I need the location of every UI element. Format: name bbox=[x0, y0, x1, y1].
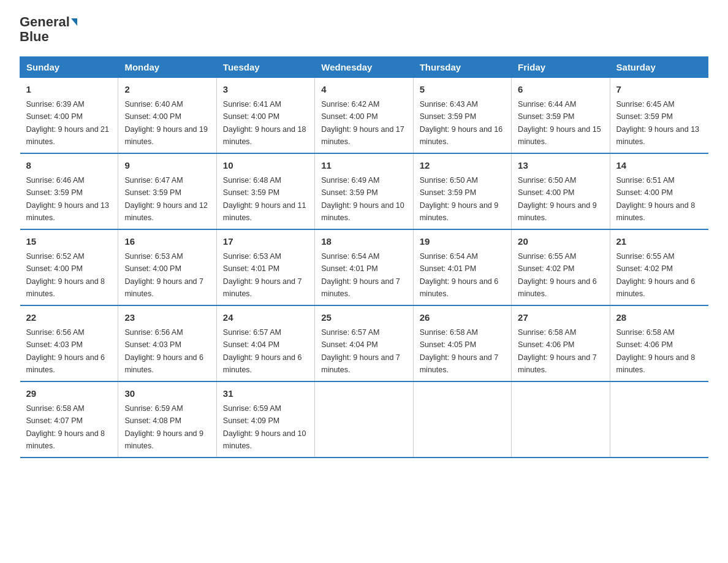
day-number: 22 bbox=[26, 311, 112, 325]
day-number: 25 bbox=[321, 311, 406, 325]
calendar-cell: 16 Sunrise: 6:53 AMSunset: 4:00 PMDaylig… bbox=[118, 229, 216, 305]
day-number: 19 bbox=[420, 235, 505, 249]
day-number: 26 bbox=[420, 311, 505, 325]
calendar-cell: 10 Sunrise: 6:48 AMSunset: 3:59 PMDaylig… bbox=[216, 153, 314, 229]
calendar-cell: 19 Sunrise: 6:54 AMSunset: 4:01 PMDaylig… bbox=[413, 229, 511, 305]
header-tuesday: Tuesday bbox=[216, 57, 314, 78]
day-info: Sunrise: 6:44 AMSunset: 3:59 PMDaylight:… bbox=[518, 100, 601, 146]
day-number: 11 bbox=[321, 159, 406, 173]
day-info: Sunrise: 6:59 AMSunset: 4:08 PMDaylight:… bbox=[124, 404, 203, 450]
logo-text-general: General bbox=[20, 15, 70, 29]
calendar-cell: 9 Sunrise: 6:47 AMSunset: 3:59 PMDayligh… bbox=[118, 153, 216, 229]
day-info: Sunrise: 6:42 AMSunset: 4:00 PMDaylight:… bbox=[321, 100, 404, 146]
day-number: 12 bbox=[420, 159, 505, 173]
calendar-cell: 5 Sunrise: 6:43 AMSunset: 3:59 PMDayligh… bbox=[413, 78, 511, 154]
day-number: 8 bbox=[26, 159, 112, 173]
calendar-cell: 4 Sunrise: 6:42 AMSunset: 4:00 PMDayligh… bbox=[315, 78, 413, 154]
calendar-cell: 8 Sunrise: 6:46 AMSunset: 3:59 PMDayligh… bbox=[20, 153, 118, 229]
day-number: 20 bbox=[518, 235, 603, 249]
calendar-cell: 30 Sunrise: 6:59 AMSunset: 4:08 PMDaylig… bbox=[118, 381, 216, 458]
calendar-week-1: 1 Sunrise: 6:39 AMSunset: 4:00 PMDayligh… bbox=[20, 78, 708, 154]
calendar-cell: 27 Sunrise: 6:58 AMSunset: 4:06 PMDaylig… bbox=[512, 305, 610, 381]
day-info: Sunrise: 6:57 AMSunset: 4:04 PMDaylight:… bbox=[223, 328, 302, 374]
day-info: Sunrise: 6:50 AMSunset: 3:59 PMDaylight:… bbox=[420, 176, 499, 222]
day-info: Sunrise: 6:57 AMSunset: 4:04 PMDaylight:… bbox=[321, 328, 400, 374]
calendar-cell: 2 Sunrise: 6:40 AMSunset: 4:00 PMDayligh… bbox=[118, 78, 216, 154]
day-info: Sunrise: 6:53 AMSunset: 4:01 PMDaylight:… bbox=[223, 252, 302, 298]
day-number: 7 bbox=[616, 83, 702, 97]
day-info: Sunrise: 6:58 AMSunset: 4:06 PMDaylight:… bbox=[518, 328, 597, 374]
day-number: 31 bbox=[223, 387, 308, 401]
day-info: Sunrise: 6:55 AMSunset: 4:02 PMDaylight:… bbox=[616, 252, 696, 298]
day-number: 6 bbox=[518, 83, 603, 97]
calendar-cell: 1 Sunrise: 6:39 AMSunset: 4:00 PMDayligh… bbox=[20, 78, 118, 154]
calendar-cell: 6 Sunrise: 6:44 AMSunset: 3:59 PMDayligh… bbox=[512, 78, 610, 154]
calendar-table: SundayMondayTuesdayWednesdayThursdayFrid… bbox=[20, 56, 708, 458]
day-number: 24 bbox=[223, 311, 308, 325]
header-friday: Friday bbox=[512, 57, 610, 78]
day-number: 4 bbox=[321, 83, 406, 97]
calendar-week-4: 22 Sunrise: 6:56 AMSunset: 4:03 PMDaylig… bbox=[20, 305, 708, 381]
day-number: 1 bbox=[26, 83, 112, 97]
day-info: Sunrise: 6:58 AMSunset: 4:07 PMDaylight:… bbox=[26, 404, 105, 450]
day-info: Sunrise: 6:52 AMSunset: 4:00 PMDaylight:… bbox=[26, 252, 105, 298]
day-number: 17 bbox=[223, 235, 308, 249]
calendar-cell: 14 Sunrise: 6:51 AMSunset: 4:00 PMDaylig… bbox=[610, 153, 708, 229]
logo: General Blue bbox=[20, 15, 77, 44]
calendar-cell bbox=[315, 381, 413, 458]
logo-arrow-icon bbox=[71, 18, 77, 26]
day-info: Sunrise: 6:41 AMSunset: 4:00 PMDaylight:… bbox=[223, 100, 306, 146]
day-info: Sunrise: 6:58 AMSunset: 4:06 PMDaylight:… bbox=[616, 328, 696, 374]
day-info: Sunrise: 6:45 AMSunset: 3:59 PMDaylight:… bbox=[616, 100, 700, 146]
day-number: 21 bbox=[616, 235, 702, 249]
calendar-cell: 11 Sunrise: 6:49 AMSunset: 3:59 PMDaylig… bbox=[315, 153, 413, 229]
calendar-cell: 18 Sunrise: 6:54 AMSunset: 4:01 PMDaylig… bbox=[315, 229, 413, 305]
calendar-cell: 3 Sunrise: 6:41 AMSunset: 4:00 PMDayligh… bbox=[216, 78, 314, 154]
calendar-cell bbox=[610, 381, 708, 458]
day-number: 3 bbox=[223, 83, 308, 97]
day-number: 5 bbox=[420, 83, 505, 97]
day-info: Sunrise: 6:54 AMSunset: 4:01 PMDaylight:… bbox=[420, 252, 499, 298]
day-number: 14 bbox=[616, 159, 702, 173]
day-number: 2 bbox=[124, 83, 210, 97]
calendar-cell: 25 Sunrise: 6:57 AMSunset: 4:04 PMDaylig… bbox=[315, 305, 413, 381]
calendar-cell: 28 Sunrise: 6:58 AMSunset: 4:06 PMDaylig… bbox=[610, 305, 708, 381]
calendar-cell: 21 Sunrise: 6:55 AMSunset: 4:02 PMDaylig… bbox=[610, 229, 708, 305]
day-number: 10 bbox=[223, 159, 308, 173]
day-number: 23 bbox=[124, 311, 210, 325]
header-wednesday: Wednesday bbox=[315, 57, 413, 78]
day-info: Sunrise: 6:58 AMSunset: 4:05 PMDaylight:… bbox=[420, 328, 499, 374]
day-number: 27 bbox=[518, 311, 603, 325]
day-info: Sunrise: 6:53 AMSunset: 4:00 PMDaylight:… bbox=[124, 252, 203, 298]
day-number: 9 bbox=[124, 159, 210, 173]
day-number: 18 bbox=[321, 235, 406, 249]
day-number: 28 bbox=[616, 311, 702, 325]
day-info: Sunrise: 6:51 AMSunset: 4:00 PMDaylight:… bbox=[616, 176, 696, 222]
calendar-cell: 7 Sunrise: 6:45 AMSunset: 3:59 PMDayligh… bbox=[610, 78, 708, 154]
day-info: Sunrise: 6:47 AMSunset: 3:59 PMDaylight:… bbox=[124, 176, 208, 222]
calendar-header-row: SundayMondayTuesdayWednesdayThursdayFrid… bbox=[20, 57, 708, 78]
calendar-cell: 13 Sunrise: 6:50 AMSunset: 4:00 PMDaylig… bbox=[512, 153, 610, 229]
calendar-week-3: 15 Sunrise: 6:52 AMSunset: 4:00 PMDaylig… bbox=[20, 229, 708, 305]
calendar-cell: 15 Sunrise: 6:52 AMSunset: 4:00 PMDaylig… bbox=[20, 229, 118, 305]
day-info: Sunrise: 6:40 AMSunset: 4:00 PMDaylight:… bbox=[124, 100, 208, 146]
day-info: Sunrise: 6:54 AMSunset: 4:01 PMDaylight:… bbox=[321, 252, 400, 298]
header-thursday: Thursday bbox=[413, 57, 511, 78]
header-sunday: Sunday bbox=[20, 57, 118, 78]
day-info: Sunrise: 6:43 AMSunset: 3:59 PMDaylight:… bbox=[420, 100, 503, 146]
day-info: Sunrise: 6:50 AMSunset: 4:00 PMDaylight:… bbox=[518, 176, 597, 222]
calendar-cell: 12 Sunrise: 6:50 AMSunset: 3:59 PMDaylig… bbox=[413, 153, 511, 229]
calendar-week-2: 8 Sunrise: 6:46 AMSunset: 3:59 PMDayligh… bbox=[20, 153, 708, 229]
calendar-cell: 29 Sunrise: 6:58 AMSunset: 4:07 PMDaylig… bbox=[20, 381, 118, 458]
day-info: Sunrise: 6:49 AMSunset: 3:59 PMDaylight:… bbox=[321, 176, 404, 222]
calendar-cell bbox=[413, 381, 511, 458]
calendar-cell: 22 Sunrise: 6:56 AMSunset: 4:03 PMDaylig… bbox=[20, 305, 118, 381]
day-number: 16 bbox=[124, 235, 210, 249]
calendar-cell: 26 Sunrise: 6:58 AMSunset: 4:05 PMDaylig… bbox=[413, 305, 511, 381]
day-number: 29 bbox=[26, 387, 112, 401]
calendar-cell bbox=[512, 381, 610, 458]
day-info: Sunrise: 6:39 AMSunset: 4:00 PMDaylight:… bbox=[26, 100, 110, 146]
day-info: Sunrise: 6:56 AMSunset: 4:03 PMDaylight:… bbox=[124, 328, 203, 374]
day-info: Sunrise: 6:46 AMSunset: 3:59 PMDaylight:… bbox=[26, 176, 110, 222]
day-number: 30 bbox=[124, 387, 210, 401]
